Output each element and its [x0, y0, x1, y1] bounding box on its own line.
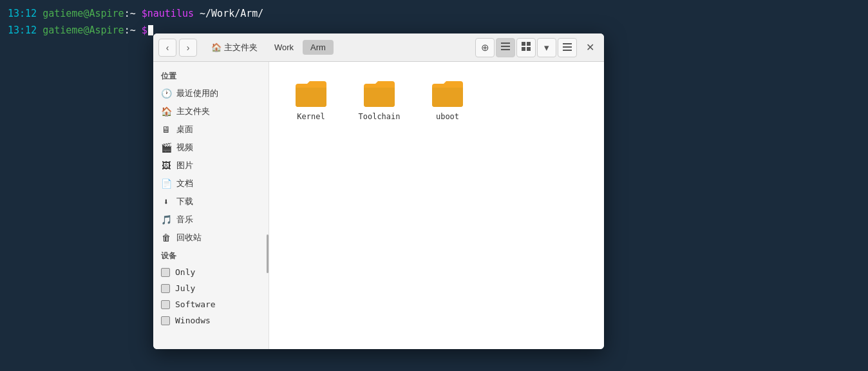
folder-uboot-icon	[431, 80, 464, 108]
fm-sidebar: 位置 🕐 最近使用的 🏠 主文件夹 🖥 桌面 🎬 视频 🖼 图片	[153, 62, 269, 349]
sidebar-item-home-label: 主文件夹	[176, 106, 210, 117]
terminal-sep-2: :~	[124, 22, 136, 39]
folder-uboot-label: uboot	[436, 112, 459, 121]
sidebar-item-downloads[interactable]: ⬇ 下载	[153, 193, 269, 211]
sidebar-item-july-label: July	[175, 283, 195, 293]
terminal-time-2: 13:12	[8, 22, 37, 39]
terminal-line-1: 13:12 gatieme @ Aspire :~ $nautilus ~/Wo…	[8, 5, 860, 22]
desktop-icon: 🖥	[161, 124, 171, 135]
sidebar-item-software-label: Software	[175, 300, 216, 309]
breadcrumb-work-label: Work	[274, 43, 294, 52]
terminal-user-2: gatieme	[42, 22, 83, 39]
toolbar-right: ⊕	[475, 38, 599, 57]
back-button[interactable]: ‹	[158, 39, 176, 57]
close-button[interactable]: ✕	[581, 39, 599, 57]
terminal-space-cmd-1	[136, 5, 142, 22]
home-icon: 🏠	[211, 43, 222, 52]
sidebar-item-only-label: Only	[175, 267, 195, 277]
breadcrumb-work[interactable]: Work	[267, 40, 301, 55]
breadcrumb-home[interactable]: 🏠 主文件夹	[203, 39, 265, 56]
svg-rect-0	[501, 43, 510, 44]
chevron-down-icon: ▾	[544, 42, 549, 53]
recent-icon: 🕐	[161, 88, 171, 99]
svg-rect-7	[563, 43, 572, 44]
downloads-icon: ⬇	[161, 196, 171, 207]
breadcrumb-arm[interactable]: Arm	[303, 40, 334, 55]
sidebar-item-videos-label: 视频	[176, 142, 193, 153]
folder-uboot[interactable]: uboot	[419, 75, 476, 126]
sort-dropdown-button[interactable]: ▾	[537, 38, 556, 57]
device-icon-july	[161, 284, 170, 293]
sidebar-item-winodws-label: Winodws	[175, 316, 211, 325]
terminal-space-cmd-2	[136, 22, 142, 39]
terminal-cmd-1: $nautilus	[142, 5, 194, 22]
terminal-space-2	[37, 22, 42, 39]
svg-rect-2	[501, 49, 510, 50]
list-view-button[interactable]	[496, 38, 515, 57]
terminal-time-1: 13:12	[8, 5, 37, 22]
terminal-host-2: Aspire	[89, 22, 124, 39]
close-icon: ✕	[586, 41, 594, 53]
sidebar-item-home[interactable]: 🏠 主文件夹	[153, 102, 269, 120]
sidebar-item-pictures[interactable]: 🖼 图片	[153, 157, 269, 175]
sidebar-item-documents-label: 文档	[176, 178, 193, 189]
terminal-at-2: @	[83, 22, 89, 39]
sidebar-item-music-label: 音乐	[176, 214, 193, 225]
sidebar-item-recent[interactable]: 🕐 最近使用的	[153, 84, 269, 102]
sidebar-item-july[interactable]: July	[153, 280, 269, 296]
sidebar-item-winodws[interactable]: Winodws	[153, 312, 269, 328]
fm-files-area: Kernel Toolchain uboot	[269, 62, 604, 349]
terminal-cursor	[148, 25, 153, 35]
terminal-space-1	[37, 5, 42, 22]
sidebar-item-trash-label: 回收站	[176, 232, 202, 243]
grid-view-icon	[522, 42, 531, 53]
breadcrumb: 🏠 主文件夹 Work Arm	[203, 39, 334, 56]
hamburger-icon	[563, 42, 572, 53]
folder-toolchain-label: Toolchain	[358, 112, 400, 121]
music-icon: 🎵	[161, 214, 171, 225]
location-button[interactable]: ⊕	[475, 38, 495, 57]
terminal-user-1: gatieme	[42, 5, 83, 22]
terminal-at-1: @	[83, 5, 89, 22]
forward-button[interactable]: ›	[179, 39, 197, 57]
device-icon-winodws	[161, 316, 170, 325]
fm-content: 位置 🕐 最近使用的 🏠 主文件夹 🖥 桌面 🎬 视频 🖼 图片	[153, 62, 604, 349]
svg-rect-4	[527, 42, 531, 46]
sidebar-item-trash[interactable]: 🗑 回收站	[153, 229, 269, 247]
sidebar-item-software[interactable]: Software	[153, 296, 269, 312]
folder-kernel[interactable]: Kernel	[282, 75, 340, 126]
home-icon: 🏠	[161, 106, 171, 117]
location-icon: ⊕	[481, 42, 489, 53]
grid-view-button[interactable]	[516, 38, 536, 57]
sidebar-item-pictures-label: 图片	[176, 160, 193, 171]
section-header-devices: 设备	[153, 247, 269, 264]
fm-toolbar: ‹ › 🏠 主文件夹 Work Arm ⊕	[153, 33, 604, 62]
svg-rect-9	[563, 50, 572, 51]
svg-rect-6	[527, 47, 531, 51]
sidebar-item-only[interactable]: Only	[153, 264, 269, 280]
svg-rect-8	[563, 46, 572, 48]
svg-rect-3	[522, 42, 525, 46]
device-icon-only	[161, 268, 170, 277]
terminal-host-1: Aspire	[89, 5, 124, 22]
folder-toolchain-icon	[363, 80, 396, 108]
menu-button[interactable]	[558, 38, 577, 57]
sidebar-item-documents[interactable]: 📄 文档	[153, 175, 269, 193]
sidebar-item-music[interactable]: 🎵 音乐	[153, 211, 269, 229]
documents-icon: 📄	[161, 178, 171, 189]
sidebar-item-desktop-label: 桌面	[176, 124, 193, 135]
list-view-icon	[501, 42, 510, 53]
svg-rect-5	[522, 47, 525, 51]
sidebar-item-videos[interactable]: 🎬 视频	[153, 138, 269, 157]
folder-kernel-icon	[294, 80, 328, 108]
folder-kernel-label: Kernel	[297, 112, 325, 121]
sidebar-item-desktop[interactable]: 🖥 桌面	[153, 120, 269, 138]
folder-toolchain[interactable]: Toolchain	[350, 75, 408, 126]
terminal-prompt-2: $	[142, 22, 147, 39]
pictures-icon: 🖼	[161, 160, 171, 171]
device-icon-software	[161, 300, 170, 309]
sidebar-item-downloads-label: 下载	[176, 196, 193, 207]
svg-rect-1	[501, 46, 510, 47]
video-icon: 🎬	[161, 142, 171, 153]
breadcrumb-arm-label: Arm	[310, 43, 326, 52]
